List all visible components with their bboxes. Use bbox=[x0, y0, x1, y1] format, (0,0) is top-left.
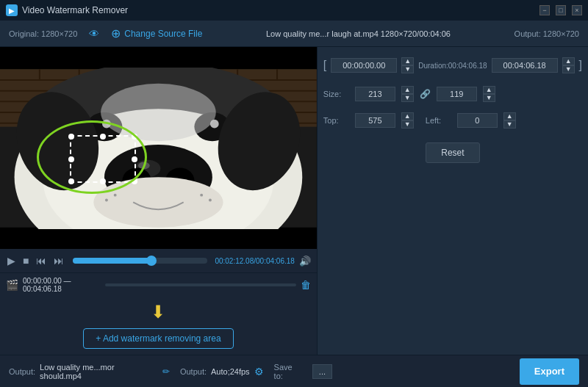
arrow-down-icon: ⬇ bbox=[151, 302, 165, 322]
add-watermark-section: ⬇ + Add watermark removing area bbox=[0, 296, 317, 355]
browse-button[interactable]: ... bbox=[312, 364, 332, 379]
left-spinners: ▲ ▼ bbox=[503, 112, 516, 129]
position-row: Top: ▲ ▼ Left: ▲ ▼ bbox=[323, 110, 582, 131]
main-area: ▶ ■ ⏮ ⏭ 00:02:12.08/00:04:06.18 🔊 🎬 00:0… bbox=[0, 47, 588, 355]
trash-icon[interactable]: 🗑 bbox=[301, 279, 311, 291]
output-format-value: Auto;24fps bbox=[211, 367, 250, 376]
width-up[interactable]: ▲ bbox=[401, 86, 414, 94]
top-input[interactable] bbox=[355, 113, 395, 128]
start-time-input[interactable] bbox=[331, 58, 397, 73]
volume-icon[interactable]: 🔊 bbox=[299, 256, 311, 267]
original-resolution-label: Original: 1280×720 bbox=[9, 29, 77, 38]
bracket-open: [ bbox=[323, 59, 326, 72]
width-spinners: ▲ ▼ bbox=[401, 86, 414, 102]
file-info: Low quality me...r laugh at.mp4 1280×720… bbox=[214, 29, 502, 38]
time-range-section: [ ▲ ▼ Duration:00:04:06.18 ▲ ▼ ] bbox=[323, 53, 582, 78]
titlebar: ▶ Video Watermark Remover − □ × bbox=[0, 0, 588, 21]
svg-point-29 bbox=[93, 177, 223, 228]
edit-icon[interactable]: ✏ bbox=[162, 366, 170, 377]
svg-point-33 bbox=[209, 198, 212, 201]
titlebar-controls: − □ × bbox=[539, 5, 582, 15]
plus-circle-icon: ⊕ bbox=[111, 26, 121, 40]
left-up[interactable]: ▲ bbox=[503, 112, 516, 120]
timeline: 🎬 00:00:00.00 — 00:04:06.18 🗑 bbox=[0, 272, 317, 296]
export-button[interactable]: Export bbox=[520, 358, 579, 385]
minimize-button[interactable]: − bbox=[539, 5, 550, 15]
height-spinners: ▲ ▼ bbox=[483, 86, 495, 102]
toolbar: Original: 1280×720 👁 ⊕ Change Source Fil… bbox=[0, 21, 588, 47]
timeline-range: 00:00:00.00 — 00:04:06.18 bbox=[23, 277, 101, 293]
maximize-button[interactable]: □ bbox=[556, 5, 566, 15]
start-time-down[interactable]: ▼ bbox=[401, 65, 414, 73]
player-controls: ▶ ■ ⏮ ⏭ 00:02:12.08/00:04:06.18 🔊 bbox=[0, 249, 317, 272]
svg-point-28 bbox=[101, 83, 216, 140]
width-down[interactable]: ▼ bbox=[401, 94, 414, 102]
svg-point-32 bbox=[200, 193, 203, 196]
app-icon: ▶ bbox=[6, 4, 18, 16]
start-time-up[interactable]: ▲ bbox=[401, 57, 414, 65]
close-button[interactable]: × bbox=[572, 5, 582, 15]
height-input[interactable] bbox=[437, 87, 477, 101]
video-frame bbox=[0, 68, 317, 229]
start-time-spinners: ▲ ▼ bbox=[401, 57, 414, 73]
height-up[interactable]: ▲ bbox=[483, 86, 495, 94]
duration-label: Duration:00:04:06.18 bbox=[418, 62, 487, 70]
end-time-down[interactable]: ▼ bbox=[562, 65, 575, 73]
saveto-label: Save to: bbox=[274, 363, 304, 380]
progress-fill bbox=[73, 258, 151, 264]
titlebar-title: Video Watermark Remover bbox=[22, 5, 128, 15]
bracket-close: ] bbox=[579, 59, 582, 72]
reset-button[interactable]: Reset bbox=[426, 142, 479, 163]
output-resolution-label: Output: 1280×720 bbox=[514, 29, 579, 38]
output-format-label: Output: bbox=[180, 367, 207, 376]
top-down[interactable]: ▼ bbox=[401, 120, 414, 129]
time-display: 00:02:12.08/00:04:06.18 bbox=[215, 257, 294, 265]
size-row: Size: ▲ ▼ 🔗 ▲ ▼ bbox=[323, 84, 582, 104]
eye-icon[interactable]: 👁 bbox=[89, 28, 99, 40]
play-button[interactable]: ▶ bbox=[6, 253, 17, 268]
width-input[interactable] bbox=[355, 87, 395, 101]
timeline-bar[interactable] bbox=[105, 283, 296, 286]
progress-thumb[interactable] bbox=[146, 256, 157, 266]
height-down[interactable]: ▼ bbox=[483, 94, 495, 102]
settings-icon[interactable]: ⚙ bbox=[254, 366, 264, 377]
size-label: Size: bbox=[323, 90, 349, 98]
svg-point-30 bbox=[114, 193, 117, 196]
frame-back-button[interactable]: ⏮ bbox=[35, 253, 48, 268]
end-time-up[interactable]: ▲ bbox=[562, 57, 575, 65]
timeline-icon: 🎬 bbox=[6, 279, 18, 291]
stop-button[interactable]: ■ bbox=[21, 253, 30, 268]
video-panel: ▶ ■ ⏮ ⏭ 00:02:12.08/00:04:06.18 🔊 🎬 00:0… bbox=[0, 47, 317, 355]
output-filename: Low quality me...mor should.mp4 bbox=[40, 363, 158, 380]
top-up[interactable]: ▲ bbox=[401, 112, 414, 120]
top-spinners: ▲ ▼ bbox=[401, 112, 414, 129]
add-watermark-area-button[interactable]: + Add watermark removing area bbox=[83, 328, 233, 349]
left-down[interactable]: ▼ bbox=[503, 120, 516, 129]
saveto-section: Output: Low quality me...mor should.mp4 … bbox=[9, 363, 332, 380]
bottom-bar: Output: Low quality me...mor should.mp4 … bbox=[0, 355, 588, 387]
change-source-button[interactable]: ⊕ Change Source File bbox=[111, 26, 202, 40]
top-label: Top: bbox=[323, 116, 349, 125]
titlebar-left: ▶ Video Watermark Remover bbox=[6, 4, 128, 16]
svg-point-31 bbox=[105, 198, 108, 201]
end-time-spinners: ▲ ▼ bbox=[562, 57, 575, 73]
link-icon[interactable]: 🔗 bbox=[420, 89, 431, 99]
output-file-label: Output: bbox=[9, 367, 35, 376]
left-input[interactable] bbox=[457, 113, 498, 128]
right-panel: [ ▲ ▼ Duration:00:04:06.18 ▲ ▼ ] Size: ▲… bbox=[317, 47, 588, 355]
end-time-input[interactable] bbox=[492, 58, 558, 73]
progress-bar[interactable] bbox=[73, 258, 207, 264]
video-area[interactable] bbox=[0, 47, 317, 249]
frame-forward-button[interactable]: ⏭ bbox=[52, 253, 65, 268]
left-label: Left: bbox=[426, 116, 451, 125]
